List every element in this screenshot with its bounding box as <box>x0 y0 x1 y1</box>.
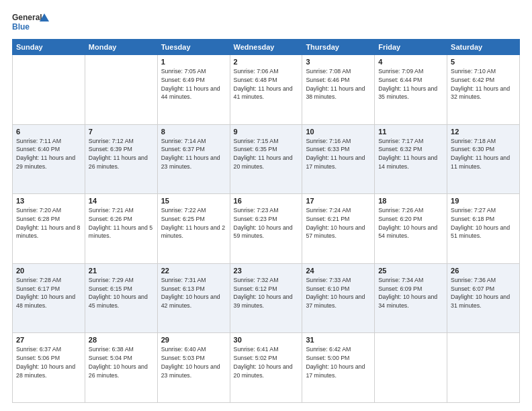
day-info: Sunrise: 7:06 AMSunset: 6:48 PMDaylight:… <box>234 67 299 101</box>
day-cell: 29Sunrise: 6:40 AMSunset: 5:03 PMDayligh… <box>157 333 230 403</box>
day-info: Sunrise: 7:26 AMSunset: 6:20 PMDaylight:… <box>378 206 443 240</box>
day-cell: 20Sunrise: 7:28 AMSunset: 6:17 PMDayligh… <box>13 263 85 333</box>
day-number: 31 <box>306 336 371 344</box>
day-number: 25 <box>378 267 443 275</box>
calendar-table: SundayMondayTuesdayWednesdayThursdayFrid… <box>12 39 520 403</box>
day-info: Sunrise: 6:37 AMSunset: 5:06 PMDaylight:… <box>16 345 81 379</box>
day-number: 30 <box>234 336 299 344</box>
day-info: Sunrise: 7:36 AMSunset: 6:07 PMDaylight:… <box>451 276 516 310</box>
day-info: Sunrise: 7:32 AMSunset: 6:12 PMDaylight:… <box>234 276 299 310</box>
day-cell: 19Sunrise: 7:27 AMSunset: 6:18 PMDayligh… <box>447 194 520 264</box>
day-cell: 24Sunrise: 7:33 AMSunset: 6:10 PMDayligh… <box>302 263 375 333</box>
day-cell: 11Sunrise: 7:17 AMSunset: 6:32 PMDayligh… <box>375 124 447 194</box>
day-info: Sunrise: 7:22 AMSunset: 6:25 PMDaylight:… <box>161 206 226 240</box>
day-info: Sunrise: 7:09 AMSunset: 6:44 PMDaylight:… <box>378 67 443 101</box>
day-number: 10 <box>306 128 371 136</box>
day-info: Sunrise: 7:08 AMSunset: 6:46 PMDaylight:… <box>306 67 371 101</box>
day-cell: 1Sunrise: 7:05 AMSunset: 6:49 PMDaylight… <box>157 55 230 125</box>
weekday-header-row: SundayMondayTuesdayWednesdayThursdayFrid… <box>13 40 520 55</box>
day-number: 26 <box>451 267 516 275</box>
day-cell: 2Sunrise: 7:06 AMSunset: 6:48 PMDaylight… <box>230 55 302 125</box>
day-number: 22 <box>161 267 226 275</box>
weekday-header-tuesday: Tuesday <box>157 40 230 55</box>
day-number: 18 <box>378 197 443 205</box>
day-cell: 23Sunrise: 7:32 AMSunset: 6:12 PMDayligh… <box>230 263 302 333</box>
day-number: 17 <box>306 197 371 205</box>
day-number: 5 <box>451 58 516 66</box>
day-cell: 4Sunrise: 7:09 AMSunset: 6:44 PMDaylight… <box>375 55 447 125</box>
calendar-page: General Blue SundayMondayTuesdayWednesda… <box>0 0 532 411</box>
day-number: 23 <box>234 267 299 275</box>
header: General Blue <box>12 11 520 34</box>
day-info: Sunrise: 7:21 AMSunset: 6:26 PMDaylight:… <box>89 206 154 240</box>
day-cell: 10Sunrise: 7:16 AMSunset: 6:33 PMDayligh… <box>302 124 375 194</box>
week-row-5: 27Sunrise: 6:37 AMSunset: 5:06 PMDayligh… <box>13 333 520 403</box>
day-info: Sunrise: 7:17 AMSunset: 6:32 PMDaylight:… <box>378 137 443 171</box>
day-cell: 25Sunrise: 7:34 AMSunset: 6:09 PMDayligh… <box>375 263 447 333</box>
day-info: Sunrise: 7:31 AMSunset: 6:13 PMDaylight:… <box>161 276 226 310</box>
day-info: Sunrise: 7:28 AMSunset: 6:17 PMDaylight:… <box>16 276 81 310</box>
logo: General Blue <box>12 11 52 34</box>
day-cell: 16Sunrise: 7:23 AMSunset: 6:23 PMDayligh… <box>230 194 302 264</box>
day-number: 14 <box>89 197 154 205</box>
day-cell: 12Sunrise: 7:18 AMSunset: 6:30 PMDayligh… <box>447 124 520 194</box>
day-number: 6 <box>16 128 81 136</box>
day-number: 9 <box>234 128 299 136</box>
day-number: 21 <box>89 267 154 275</box>
day-cell <box>85 55 157 125</box>
day-number: 24 <box>306 267 371 275</box>
week-row-2: 6Sunrise: 7:11 AMSunset: 6:40 PMDaylight… <box>13 124 520 194</box>
day-number: 12 <box>451 128 516 136</box>
day-cell: 3Sunrise: 7:08 AMSunset: 6:46 PMDaylight… <box>302 55 375 125</box>
day-cell: 28Sunrise: 6:38 AMSunset: 5:04 PMDayligh… <box>85 333 157 403</box>
day-info: Sunrise: 7:29 AMSunset: 6:15 PMDaylight:… <box>89 276 154 310</box>
svg-text:General: General <box>12 13 42 22</box>
day-cell: 30Sunrise: 6:41 AMSunset: 5:02 PMDayligh… <box>230 333 302 403</box>
day-cell: 26Sunrise: 7:36 AMSunset: 6:07 PMDayligh… <box>447 263 520 333</box>
day-cell: 6Sunrise: 7:11 AMSunset: 6:40 PMDaylight… <box>13 124 85 194</box>
weekday-header-monday: Monday <box>85 40 157 55</box>
day-info: Sunrise: 7:05 AMSunset: 6:49 PMDaylight:… <box>161 67 226 101</box>
day-info: Sunrise: 7:20 AMSunset: 6:28 PMDaylight:… <box>16 206 81 240</box>
day-cell: 14Sunrise: 7:21 AMSunset: 6:26 PMDayligh… <box>85 194 157 264</box>
weekday-header-wednesday: Wednesday <box>230 40 302 55</box>
day-info: Sunrise: 7:27 AMSunset: 6:18 PMDaylight:… <box>451 206 516 240</box>
day-info: Sunrise: 6:38 AMSunset: 5:04 PMDaylight:… <box>89 345 154 379</box>
week-row-3: 13Sunrise: 7:20 AMSunset: 6:28 PMDayligh… <box>13 194 520 264</box>
day-info: Sunrise: 7:15 AMSunset: 6:35 PMDaylight:… <box>234 137 299 171</box>
day-info: Sunrise: 6:40 AMSunset: 5:03 PMDaylight:… <box>161 345 226 379</box>
day-info: Sunrise: 7:33 AMSunset: 6:10 PMDaylight:… <box>306 276 371 310</box>
week-row-1: 1Sunrise: 7:05 AMSunset: 6:49 PMDaylight… <box>13 55 520 125</box>
day-number: 2 <box>234 58 299 66</box>
day-info: Sunrise: 6:42 AMSunset: 5:00 PMDaylight:… <box>306 345 371 379</box>
day-number: 3 <box>306 58 371 66</box>
day-cell <box>447 333 520 403</box>
day-info: Sunrise: 7:34 AMSunset: 6:09 PMDaylight:… <box>378 276 443 310</box>
day-number: 1 <box>161 58 226 66</box>
day-cell: 18Sunrise: 7:26 AMSunset: 6:20 PMDayligh… <box>375 194 447 264</box>
day-cell: 13Sunrise: 7:20 AMSunset: 6:28 PMDayligh… <box>13 194 85 264</box>
day-info: Sunrise: 7:16 AMSunset: 6:33 PMDaylight:… <box>306 137 371 171</box>
day-number: 4 <box>378 58 443 66</box>
day-number: 13 <box>16 197 81 205</box>
day-cell: 17Sunrise: 7:24 AMSunset: 6:21 PMDayligh… <box>302 194 375 264</box>
day-number: 16 <box>234 197 299 205</box>
day-cell: 21Sunrise: 7:29 AMSunset: 6:15 PMDayligh… <box>85 263 157 333</box>
day-number: 11 <box>378 128 443 136</box>
day-number: 28 <box>89 336 154 344</box>
day-info: Sunrise: 6:41 AMSunset: 5:02 PMDaylight:… <box>234 345 299 379</box>
day-info: Sunrise: 7:18 AMSunset: 6:30 PMDaylight:… <box>451 137 516 171</box>
day-cell: 7Sunrise: 7:12 AMSunset: 6:39 PMDaylight… <box>85 124 157 194</box>
day-number: 19 <box>451 197 516 205</box>
day-info: Sunrise: 7:11 AMSunset: 6:40 PMDaylight:… <box>16 137 81 171</box>
day-info: Sunrise: 7:12 AMSunset: 6:39 PMDaylight:… <box>89 137 154 171</box>
weekday-header-thursday: Thursday <box>302 40 375 55</box>
weekday-header-sunday: Sunday <box>13 40 85 55</box>
day-info: Sunrise: 7:24 AMSunset: 6:21 PMDaylight:… <box>306 206 371 240</box>
day-info: Sunrise: 7:10 AMSunset: 6:42 PMDaylight:… <box>451 67 516 101</box>
weekday-header-saturday: Saturday <box>447 40 520 55</box>
day-cell <box>375 333 447 403</box>
day-cell: 8Sunrise: 7:14 AMSunset: 6:37 PMDaylight… <box>157 124 230 194</box>
day-info: Sunrise: 7:14 AMSunset: 6:37 PMDaylight:… <box>161 137 226 171</box>
day-number: 7 <box>89 128 154 136</box>
